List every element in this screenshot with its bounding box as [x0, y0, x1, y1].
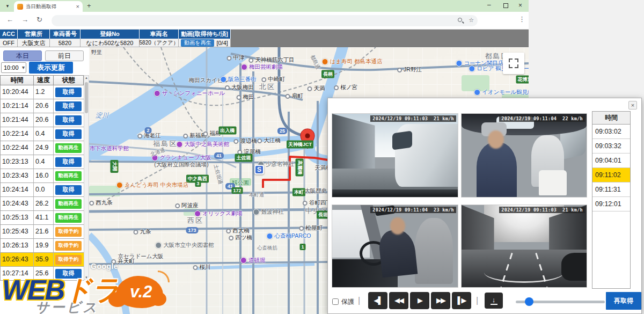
table-row[interactable]: 10:22:140.4取得	[0, 127, 84, 141]
logo-service-text: サービス	[35, 298, 99, 314]
status-button-get[interactable]: 取得	[55, 129, 82, 139]
status-button-get[interactable]: 取得	[55, 87, 82, 97]
map-label: 172	[231, 187, 243, 194]
col-video-queue: 動画[取得待ち/済]	[179, 30, 231, 39]
header-status: 状態	[54, 76, 83, 85]
window-close-button[interactable]: ×	[518, 2, 522, 9]
table-row[interactable]: 10:24:140.0取得	[0, 183, 84, 197]
video-frame-front-camera: 2024/12/19 09:11:03 21 km/h	[332, 113, 458, 198]
logo-cloud-icon: v.2	[116, 276, 163, 308]
today-button[interactable]: 本日	[3, 50, 42, 61]
back-button[interactable]: ←	[6, 16, 13, 24]
status-button-play[interactable]: 動画再生	[55, 171, 82, 181]
window-minimize-button[interactable]: –	[487, 1, 491, 9]
video-frame-driver-side-camera: 2024/12/19 09:11:04 23 km/h	[332, 205, 458, 288]
map-label: 天神橋JCT	[287, 141, 313, 149]
status-button-get[interactable]: 取得	[55, 157, 82, 167]
rewind-button[interactable]: ◀◀	[389, 292, 408, 309]
table-row[interactable]: 10:23:130.4取得	[0, 155, 84, 169]
row-time: 10:26:43	[1, 253, 34, 266]
table-row[interactable]: 10:21:4420.6取得	[0, 113, 84, 127]
table-row[interactable]: 10:20:441.2取得	[0, 85, 84, 99]
table-scrollbar[interactable]: ▲ ▼	[84, 75, 89, 280]
row-speed: 20.6	[34, 99, 54, 113]
logo-version: v.2	[130, 282, 152, 302]
address-bar[interactable]: ☆	[52, 15, 478, 26]
time-list-item[interactable]: 09:11:31	[592, 182, 630, 197]
map-label: 渡辺橋	[233, 137, 257, 145]
browser-menu-icon[interactable]: ⋮	[518, 15, 525, 23]
status-button-play[interactable]: 動画再生	[55, 199, 82, 209]
station-icon	[226, 229, 231, 233]
table-row[interactable]: 10:23:4316.0動画再生	[0, 169, 84, 183]
poi-icon	[154, 90, 160, 97]
fullscreen-button[interactable]	[503, 53, 524, 74]
window-maximize-button[interactable]	[503, 3, 508, 8]
map-label: JR野江	[397, 66, 422, 74]
panel-close-icon[interactable]: ×	[628, 101, 637, 109]
time-list-item[interactable]: 09:04:01	[592, 154, 630, 168]
scroll-up-icon[interactable]: ▲	[84, 76, 89, 79]
status-button-reserve[interactable]: 取得予約	[55, 227, 82, 237]
table-row[interactable]: 10:25:4321.6取得予約	[0, 225, 84, 239]
status-button-play[interactable]: 動画再生	[55, 213, 82, 223]
step-forward-button[interactable]: ▌▶	[452, 292, 471, 309]
play-video-button[interactable]: 動画を再生	[181, 39, 214, 47]
forward-button[interactable]: →	[21, 16, 28, 24]
header-speed: 速度	[34, 76, 54, 85]
browser-titlebar: ▾ 当日動画取得 × + – ×	[0, 0, 529, 12]
tab-close-icon[interactable]: ×	[76, 3, 79, 10]
video-timestamp: 2024/12/19 09:11:04 23 km/h	[370, 207, 456, 213]
status-button-get[interactable]: 取得	[55, 115, 82, 125]
row-status-cell: 動画再生	[54, 143, 83, 153]
video-timestamp: 2024/12/19 09:11:04 22 km/h	[499, 115, 585, 122]
map-label: 道頓堀	[240, 257, 266, 264]
status-button-reserve[interactable]: 取得予約	[55, 255, 82, 265]
browser-tab[interactable]: 当日動画取得 ×	[14, 1, 83, 12]
status-button-reserve[interactable]: 取得予約	[55, 241, 82, 251]
google-logo: Google	[91, 262, 118, 271]
download-button[interactable]: ↓	[485, 293, 503, 309]
time-list-item[interactable]: 09:12:01	[592, 197, 630, 211]
tab-favicon-icon	[17, 4, 23, 10]
refetch-button[interactable]: 再取得	[606, 292, 641, 310]
play-button[interactable]: ▶	[410, 292, 429, 309]
tab-search-chevron-icon[interactable]: ▾	[3, 2, 12, 10]
time-list-item[interactable]: 09:03:32	[592, 139, 630, 154]
table-row[interactable]: 10:21:1420.6取得	[0, 99, 84, 113]
previous-day-button[interactable]: 前日	[45, 50, 84, 61]
poi-icon	[266, 233, 273, 239]
map-label: 天神橋筋六丁目	[248, 56, 295, 64]
download-icon-bar	[491, 304, 497, 305]
map-label: 梅田芸術劇場	[241, 63, 283, 71]
row-speed: 16.0	[34, 169, 54, 182]
protect-checkbox[interactable]	[332, 298, 339, 305]
playback-slider-thumb[interactable]	[525, 297, 533, 306]
table-row[interactable]: 10:25:1341.1動画再生	[0, 211, 84, 225]
table-row[interactable]: 10:26:4335.9取得予約	[0, 253, 84, 267]
status-button-get[interactable]: 取得	[55, 101, 82, 111]
start-marker: S	[254, 165, 264, 174]
table-row[interactable]: 10:24:4326.2動画再生	[0, 197, 84, 211]
step-back-button[interactable]: ◀▌	[368, 292, 387, 309]
new-tab-button[interactable]: +	[87, 2, 91, 10]
status-button-play[interactable]: 動画再生	[55, 143, 82, 153]
map-label: 173	[186, 227, 198, 233]
poi-icon	[322, 59, 328, 65]
scrollbar-thumb[interactable]	[85, 82, 88, 113]
time-list-item[interactable]: 09:03:02	[592, 125, 630, 139]
refresh-button[interactable]: 表示更新	[29, 62, 73, 74]
bookmark-star-icon[interactable]: ☆	[469, 17, 474, 24]
map-label: 25	[277, 128, 287, 134]
time-list-item[interactable]: 09:11:02	[592, 168, 630, 182]
time-select[interactable]: 10:00	[1, 62, 26, 73]
col-acc: ACC	[0, 30, 18, 39]
row-status-cell: 取得予約	[54, 227, 83, 237]
fast-forward-button[interactable]: ▶▶	[431, 292, 450, 309]
table-row[interactable]: 10:22:4424.9動画再生	[0, 141, 84, 155]
status-button-get[interactable]: 取得	[55, 185, 82, 195]
download-icon: ↓	[492, 297, 496, 303]
table-row[interactable]: 10:26:1319.9取得予約	[0, 239, 84, 253]
webdora-logo: WEBドラ サービス v.2	[2, 273, 169, 314]
reload-button[interactable]: ↻	[36, 16, 42, 24]
